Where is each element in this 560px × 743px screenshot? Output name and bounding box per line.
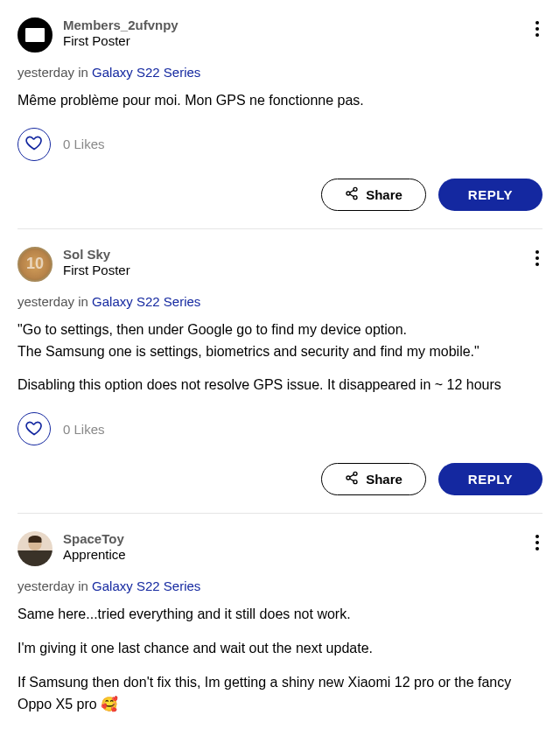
post-paragraph: I'm giving it one last chance and wait o… [18, 638, 542, 660]
forum-post: 10Sol SkyFirst Posteryesterday in Galaxy… [0, 229, 560, 513]
svg-point-12 [346, 476, 350, 480]
forum-post: Members_2ufvnpyFirst Posteryesterday in … [0, 0, 560, 228]
heart-icon [25, 419, 43, 439]
user-rank: Apprentice [63, 547, 532, 562]
svg-line-15 [350, 479, 354, 481]
like-count[interactable]: 0 Likes [63, 137, 105, 151]
category-link[interactable]: Galaxy S22 Series [92, 294, 200, 309]
post-options-icon[interactable] [532, 531, 542, 554]
share-button[interactable]: Share [321, 179, 426, 211]
reply-button[interactable]: REPLY [438, 179, 542, 211]
share-icon [345, 471, 359, 487]
svg-line-14 [350, 475, 354, 478]
post-paragraph: If Samsung then don't fix this, Im getti… [18, 672, 542, 716]
svg-point-5 [354, 195, 357, 199]
category-link[interactable]: Galaxy S22 Series [92, 578, 200, 593]
like-button[interactable] [18, 128, 51, 161]
post-body: "Go to settings, then under Google go to… [18, 319, 542, 396]
avatar[interactable] [18, 531, 52, 566]
svg-point-13 [354, 480, 357, 484]
post-options-icon[interactable] [532, 247, 542, 270]
user-rank: First Poster [63, 263, 532, 277]
user-info: Members_2ufvnpyFirst Poster [63, 18, 532, 48]
svg-point-16 [536, 535, 539, 538]
post-actions: ShareREPLY [18, 463, 542, 495]
username[interactable]: Members_2ufvnpy [63, 18, 532, 32]
forum-post: SpaceToyApprenticeyesterday in Galaxy S2… [0, 514, 560, 743]
svg-point-17 [536, 541, 539, 544]
post-time: yesterday [18, 578, 74, 593]
meta-in-label: in [78, 65, 88, 80]
like-count[interactable]: 0 Likes [63, 422, 105, 437]
post-options-icon[interactable] [532, 18, 542, 40]
post-paragraph: Same here...tried everything and it stil… [18, 604, 542, 626]
share-button[interactable]: Share [321, 463, 426, 495]
avatar[interactable] [18, 18, 52, 53]
category-link[interactable]: Galaxy S22 Series [92, 65, 200, 80]
svg-point-10 [536, 263, 539, 266]
svg-point-18 [536, 547, 539, 550]
post-body: Même problème pour moi. Mon GPS ne fonct… [18, 90, 542, 112]
share-icon [345, 186, 359, 203]
post-meta: yesterday in Galaxy S22 Series [18, 65, 542, 80]
likes-row: 0 Likes [18, 128, 542, 161]
post-header: Members_2ufvnpyFirst Poster [18, 18, 542, 53]
svg-line-7 [350, 194, 354, 197]
svg-point-2 [536, 33, 539, 37]
post-paragraph: Même problème pour moi. Mon GPS ne fonct… [18, 90, 542, 112]
post-header: 10Sol SkyFirst Poster [18, 247, 542, 282]
post-actions: ShareREPLY [18, 179, 542, 211]
user-rank: First Poster [63, 33, 532, 48]
username[interactable]: SpaceToy [63, 531, 532, 546]
heart-icon [25, 134, 43, 154]
user-info: SpaceToyApprentice [63, 531, 532, 562]
post-paragraph: "Go to settings, then under Google go to… [18, 319, 542, 363]
username[interactable]: Sol Sky [63, 247, 532, 262]
post-time: yesterday [18, 65, 74, 80]
like-button[interactable] [18, 412, 51, 445]
likes-row: 0 Likes [18, 412, 542, 445]
share-label: Share [366, 187, 402, 202]
svg-point-8 [536, 250, 539, 254]
user-info: Sol SkyFirst Poster [63, 247, 532, 277]
svg-point-0 [536, 21, 539, 25]
svg-point-9 [536, 256, 539, 260]
avatar[interactable]: 10 [18, 247, 52, 282]
svg-point-4 [346, 192, 350, 195]
post-paragraph: Disabling this option does not resolve G… [18, 375, 542, 396]
meta-in-label: in [78, 578, 88, 593]
svg-line-6 [350, 190, 354, 193]
meta-in-label: in [78, 294, 88, 309]
post-meta: yesterday in Galaxy S22 Series [18, 578, 542, 593]
post-time: yesterday [18, 294, 74, 309]
reply-button[interactable]: REPLY [438, 463, 542, 495]
post-body: Same here...tried everything and it stil… [18, 604, 542, 715]
post-meta: yesterday in Galaxy S22 Series [18, 294, 542, 309]
svg-point-1 [536, 27, 539, 31]
share-label: Share [366, 472, 402, 487]
post-header: SpaceToyApprentice [18, 531, 542, 566]
svg-point-11 [354, 473, 357, 476]
svg-point-3 [354, 187, 357, 191]
